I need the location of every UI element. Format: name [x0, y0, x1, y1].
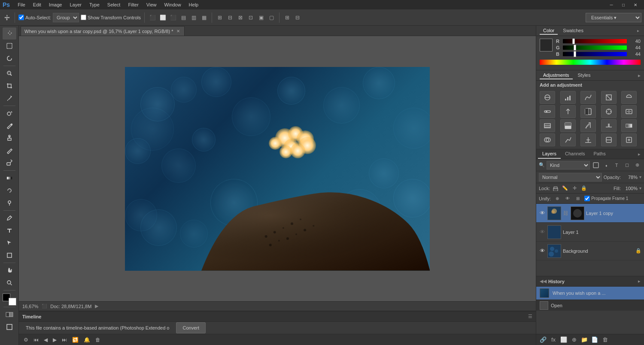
invert-adj[interactable] — [560, 119, 576, 132]
curves-adj[interactable] — [580, 91, 596, 104]
selective-color-adj[interactable] — [540, 133, 555, 146]
canvas-viewport[interactable] — [19, 36, 536, 301]
color-panel-menu[interactable]: ▸ — [635, 28, 641, 33]
pen-tool-button[interactable] — [3, 212, 16, 224]
timeline-settings-button[interactable]: ⚙ — [22, 337, 30, 343]
close-tab-button[interactable]: ✕ — [176, 29, 181, 34]
g-thumb[interactable] — [574, 45, 576, 51]
auto-blend-button[interactable]: ⊟ — [293, 13, 302, 22]
background-color[interactable] — [9, 298, 16, 306]
menu-help[interactable]: Help — [185, 1, 202, 8]
quick-select-button[interactable] — [3, 67, 16, 79]
delete-layer-button[interactable]: 🗑 — [601, 336, 609, 344]
shadows-highlights-adj[interactable] — [601, 133, 617, 146]
move-tool-icon[interactable] — [3, 13, 11, 22]
timeline-loop-button[interactable]: 🔁 — [71, 337, 80, 343]
eyedropper-button[interactable] — [3, 92, 16, 104]
blur-tool-button[interactable] — [3, 185, 16, 197]
hdr-toning-adj[interactable] — [621, 133, 637, 146]
history-brush-button[interactable] — [3, 145, 16, 157]
menu-edit[interactable]: Edit — [30, 1, 45, 8]
layer-item-background[interactable]: 👁 Background 🔒 — [536, 242, 644, 260]
color-picker[interactable] — [3, 294, 16, 306]
lasso-tool-button[interactable] — [3, 52, 16, 64]
quick-mask-button[interactable] — [3, 309, 16, 321]
stamp-tool-button[interactable] — [3, 132, 16, 144]
history-item-open[interactable]: When you wish upon a ... — [536, 287, 644, 300]
layers-filter-select[interactable]: Kind — [547, 161, 590, 169]
distribute-left-button[interactable]: ⊡ — [246, 13, 255, 22]
path-select-button[interactable] — [3, 237, 16, 249]
brightness-contrast-adj[interactable] — [540, 91, 555, 104]
color-lookup-adj[interactable] — [540, 119, 555, 132]
history-expand-icon[interactable]: ▸ — [638, 278, 641, 284]
auto-select-dropdown[interactable]: Group — [53, 13, 79, 22]
timeline-next-frame-button[interactable]: ⏭ — [61, 337, 68, 343]
lock-position-btn[interactable]: ✛ — [571, 185, 578, 192]
auto-align-button[interactable]: ⊞ — [283, 13, 292, 22]
menu-window[interactable]: Window — [161, 1, 184, 8]
menu-select[interactable]: Select — [104, 1, 124, 8]
maximize-button[interactable]: □ — [617, 0, 629, 9]
paths-tab[interactable]: Paths — [589, 149, 610, 159]
hue-saturation-adj[interactable] — [540, 105, 555, 118]
black-white-adj[interactable] — [580, 105, 596, 118]
distribute-top-button[interactable]: ⊞ — [216, 13, 224, 22]
brush-tool-button[interactable] — [3, 120, 16, 132]
distribute-vcenter-button[interactable]: ⊟ — [226, 13, 234, 22]
link-layers-button[interactable]: 🔗 — [539, 336, 547, 344]
styles-tab[interactable]: Styles — [574, 72, 594, 79]
distribute-right-button[interactable]: ▢ — [267, 13, 276, 22]
opacity-value[interactable]: 78% — [623, 175, 638, 180]
color-tab[interactable]: Color — [540, 27, 558, 35]
shape-tool-button[interactable] — [3, 249, 16, 261]
unify-position-btn[interactable]: ⊕ — [553, 195, 561, 203]
filter-smart-btn[interactable]: ⊕ — [633, 161, 641, 169]
add-mask-button[interactable]: ⬜ — [559, 336, 568, 344]
timeline-audio-button[interactable]: 🔔 — [82, 337, 91, 343]
document-tab[interactable]: When you wish upon a star copy.psd @ 16,… — [21, 26, 185, 36]
foreground-swatch[interactable] — [540, 39, 553, 51]
menu-layer[interactable]: Layer — [66, 1, 85, 8]
new-group-button[interactable]: 📁 — [580, 336, 589, 344]
zoom-tool-button[interactable] — [3, 277, 16, 289]
timeline-prev-frame-button[interactable]: ◀ — [43, 337, 49, 343]
g-slider[interactable] — [563, 45, 627, 50]
unify-visibility-btn[interactable]: 👁 — [564, 195, 571, 203]
hand-tool-button[interactable] — [3, 264, 16, 276]
color-balance-adj[interactable] — [560, 105, 576, 118]
photo-filter-adj[interactable] — [601, 105, 617, 118]
color-spectrum[interactable] — [540, 60, 641, 65]
adjustments-tab[interactable]: Adjustments — [540, 72, 573, 79]
distribute-hcenter-button[interactable]: ▣ — [257, 13, 265, 22]
marquee-tool-button[interactable] — [3, 40, 16, 52]
layers-panel-menu[interactable]: ▸ — [638, 149, 642, 159]
text-tool-button[interactable] — [3, 224, 16, 236]
close-button[interactable]: ✕ — [629, 0, 641, 9]
move-tool-button[interactable] — [3, 27, 16, 39]
filter-adjustment-btn[interactable]: ⬧ — [602, 161, 611, 169]
dodge-tool-button[interactable] — [3, 197, 16, 209]
levels-adj[interactable] — [560, 91, 576, 104]
doc-info-arrow[interactable]: ▶ — [95, 303, 98, 309]
channels-tab[interactable]: Channels — [561, 149, 589, 159]
vibrance-adj[interactable] — [621, 91, 637, 104]
exposure-adj[interactable] — [601, 91, 617, 104]
blend-mode-select[interactable]: Normal — [539, 173, 602, 182]
menu-view[interactable]: View — [143, 1, 160, 8]
show-transform-checkbox[interactable] — [81, 15, 86, 20]
workspace-select[interactable]: Essentials ▾ — [586, 13, 641, 22]
gradient-map-adj[interactable] — [621, 119, 637, 132]
menu-file[interactable]: File — [14, 1, 29, 8]
spot-heal-button[interactable] — [3, 107, 16, 119]
b-slider[interactable] — [563, 52, 627, 56]
eraser-tool-button[interactable] — [3, 157, 16, 169]
timeline-rewind-button[interactable]: ⏮ — [32, 337, 40, 343]
align-left-edges-button[interactable]: ▤ — [179, 13, 188, 22]
unify-style-btn[interactable]: ⊞ — [574, 195, 582, 203]
timeline-play-button[interactable]: ▶ — [52, 337, 58, 343]
posterize-adj[interactable] — [580, 119, 596, 132]
align-vertical-centers-button[interactable]: ⬜ — [158, 13, 167, 22]
new-layer-button[interactable]: 📄 — [590, 336, 599, 344]
layer-item-layer1copy[interactable]: 👁 ⛓ Laye — [536, 204, 644, 223]
